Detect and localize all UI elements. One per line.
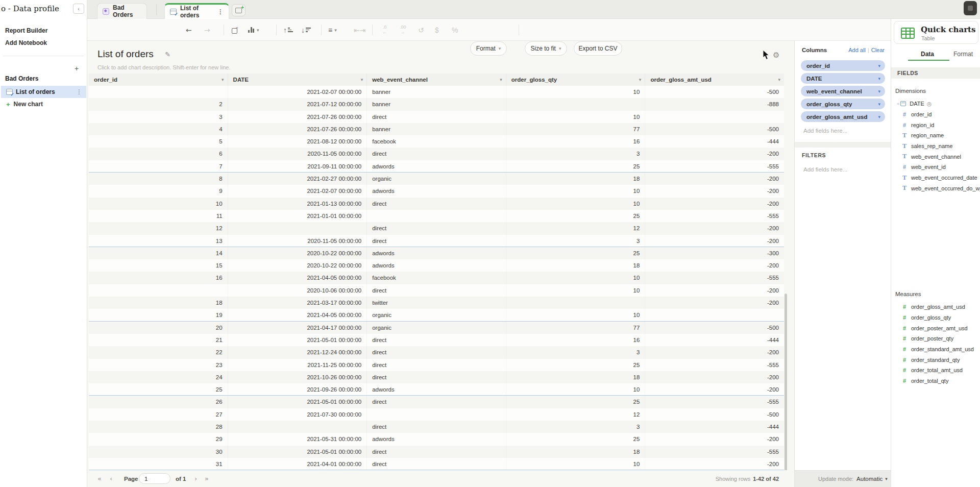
- table-cell[interactable]: organic: [366, 173, 506, 185]
- column-menu-caret[interactable]: ▾: [361, 77, 363, 82]
- table-cell[interactable]: 16: [89, 272, 228, 284]
- table-cell[interactable]: 21: [89, 334, 228, 346]
- table-row[interactable]: 252021-09-26 00:00:00adwords10-200: [89, 383, 784, 396]
- table-cell[interactable]: 10: [506, 458, 645, 470]
- table-cell[interactable]: 25: [506, 160, 645, 172]
- edit-title-pencil-icon[interactable]: ✎: [165, 51, 170, 58]
- table-cell[interactable]: -555: [645, 396, 784, 408]
- format-button[interactable]: Format▾: [470, 41, 507, 56]
- table-row[interactable]: 152020-10-22 00:00:00adwords18-200: [89, 259, 784, 272]
- table-cell[interactable]: -200: [645, 346, 784, 358]
- sidebar-group-bad-orders[interactable]: Bad Orders: [5, 75, 38, 82]
- table-cell[interactable]: -555: [645, 210, 784, 222]
- last-page-button[interactable]: »: [205, 475, 209, 482]
- column-pill[interactable]: DATE▾: [801, 73, 885, 84]
- table-scrollbar[interactable]: [785, 294, 787, 480]
- table-cell[interactable]: -200: [645, 173, 784, 185]
- column-header[interactable]: DATE▾: [228, 74, 367, 86]
- dimension-field[interactable]: Tsales_rep_name: [891, 141, 980, 152]
- top-right-dark-icon[interactable]: [964, 1, 977, 15]
- table-cell[interactable]: 3: [506, 421, 645, 433]
- table-cell[interactable]: 2021-05-31 00:00:00: [228, 433, 367, 445]
- table-cell[interactable]: -200: [645, 222, 784, 234]
- table-cell[interactable]: -200: [645, 433, 784, 445]
- element-settings-gear-icon[interactable]: ⚙: [773, 51, 779, 60]
- table-cell[interactable]: 20: [89, 322, 228, 334]
- table-cell[interactable]: 10: [506, 86, 645, 98]
- increase-decimal-button[interactable]: .00→: [400, 19, 406, 41]
- table-cell[interactable]: adwords: [366, 160, 506, 172]
- table-cell[interactable]: 16: [506, 135, 645, 148]
- sort-descending-button[interactable]: ↓: [301, 19, 311, 41]
- table-row[interactable]: 102021-01-13 00:00:00direct10-200: [89, 198, 784, 210]
- table-cell[interactable]: 4: [89, 123, 228, 135]
- table-cell[interactable]: -200: [645, 185, 784, 197]
- table-cell[interactable]: 3: [506, 235, 645, 247]
- table-cell[interactable]: 24: [89, 371, 228, 383]
- column-menu-caret[interactable]: ▾: [639, 77, 642, 82]
- table-cell[interactable]: 28: [89, 421, 228, 433]
- measure-field[interactable]: #order_total_qty: [891, 376, 980, 386]
- table-cell[interactable]: 22: [89, 346, 228, 358]
- abbreviate-number-button[interactable]: ↺: [418, 19, 424, 41]
- table-cell[interactable]: -500: [645, 322, 784, 334]
- table-cell[interactable]: 2021-12-24 00:00:00: [228, 346, 367, 358]
- table-cell[interactable]: [366, 408, 506, 421]
- table-row[interactable]: 272021-07-30 00:00:0012-500: [89, 408, 784, 421]
- table-row[interactable]: 52021-08-12 00:00:00facebook16-444: [89, 135, 784, 148]
- table-cell[interactable]: 26: [89, 396, 228, 408]
- table-row[interactable]: 302021-05-01 00:00:00direct18-555: [89, 446, 784, 458]
- add-page-icon[interactable]: +: [75, 64, 79, 72]
- table-cell[interactable]: 2021-11-25 00:00:00: [228, 359, 367, 371]
- table-row[interactable]: 2020-10-06 00:00:00direct10-200: [89, 284, 784, 297]
- table-cell[interactable]: adwords: [366, 259, 506, 272]
- table-row[interactable]: 242021-10-26 00:00:00direct18-200: [89, 371, 784, 383]
- column-pill[interactable]: web_event_channel▾: [801, 86, 885, 96]
- table-cell[interactable]: 2020-10-22 00:00:00: [228, 259, 367, 272]
- table-cell[interactable]: 10: [506, 111, 645, 123]
- table-cell[interactable]: 10: [506, 309, 645, 321]
- table-cell[interactable]: 2021-04-17 00:00:00: [228, 322, 367, 334]
- table-cell[interactable]: 3: [89, 111, 228, 123]
- table-cell[interactable]: [506, 297, 645, 309]
- next-page-button[interactable]: ›: [194, 475, 197, 482]
- column-header[interactable]: order_gloss_qty▾: [506, 74, 645, 86]
- sidebar-collapse-button[interactable]: ‹: [73, 4, 84, 14]
- table-cell[interactable]: 8: [89, 173, 228, 185]
- table-cell[interactable]: -444: [645, 334, 784, 346]
- table-cell[interactable]: [228, 421, 367, 433]
- clear-link[interactable]: Clear: [871, 47, 885, 53]
- measure-field[interactable]: #order_standard_qty: [891, 354, 980, 365]
- table-cell[interactable]: 14: [89, 247, 228, 259]
- table-cell[interactable]: [366, 210, 506, 222]
- tab-bad-orders[interactable]: Bad Orders: [97, 3, 147, 19]
- sidebar-item-add-notebook[interactable]: Add Notebook: [5, 39, 47, 46]
- table-cell[interactable]: 25: [506, 210, 645, 222]
- chart-type-button[interactable]: ▾: [248, 19, 259, 41]
- table-cell[interactable]: adwords: [366, 433, 506, 445]
- table-cell[interactable]: 2021-04-05 00:00:00: [228, 309, 367, 321]
- pill-menu-caret[interactable]: ▾: [878, 102, 880, 107]
- table-cell[interactable]: -200: [645, 383, 784, 395]
- table-cell[interactable]: 6: [89, 148, 228, 160]
- table-cell[interactable]: direct: [366, 334, 506, 346]
- table-row[interactable]: 312021-04-01 00:00:00direct10-200: [89, 458, 784, 470]
- sidebar-item-new-chart[interactable]: + New chart: [6, 99, 43, 109]
- sidebar-item-list-of-orders[interactable]: List of orders ⋮: [1, 86, 86, 98]
- table-cell[interactable]: 2020-10-06 00:00:00: [228, 284, 367, 297]
- sort-ascending-button[interactable]: ↑: [283, 19, 293, 41]
- table-cell[interactable]: adwords: [366, 383, 506, 395]
- table-cell[interactable]: 2021-04-05 00:00:00: [228, 272, 367, 284]
- table-cell[interactable]: 2021-05-01 00:00:00: [228, 396, 367, 408]
- table-row[interactable]: 42021-07-26 00:00:00banner77-500: [89, 123, 784, 135]
- table-cell[interactable]: 27: [89, 408, 228, 421]
- table-cell[interactable]: 2021-01-13 00:00:00: [228, 198, 367, 210]
- table-cell[interactable]: direct: [366, 111, 506, 123]
- table-cell[interactable]: twitter: [366, 297, 506, 309]
- table-row[interactable]: 22021-07-12 00:00:00banner-888: [89, 98, 784, 110]
- prev-page-button[interactable]: ‹: [110, 475, 112, 482]
- table-row[interactable]: 62020-11-05 00:00:00direct3-200: [89, 148, 784, 160]
- column-pill[interactable]: order_id▾: [801, 60, 885, 71]
- table-row[interactable]: 262021-05-01 00:00:00direct25-555: [89, 396, 784, 408]
- table-row[interactable]: 192021-04-05 00:00:00organic10: [89, 309, 784, 321]
